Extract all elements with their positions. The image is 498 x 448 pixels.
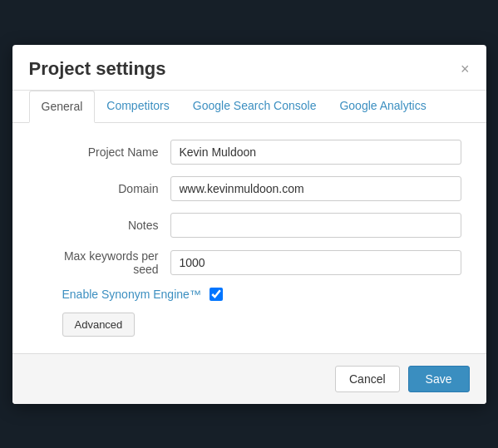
modal-body: Project Name Domain Notes Max keywords p… xyxy=(12,123,486,353)
domain-label: Domain xyxy=(37,182,170,195)
synonym-label: Enable Synonym Engine™ xyxy=(62,288,201,301)
max-keywords-label: Max keywords per seed xyxy=(37,249,170,276)
project-name-row: Project Name xyxy=(37,140,461,165)
max-keywords-row: Max keywords per seed xyxy=(37,249,461,276)
max-keywords-input[interactable] xyxy=(170,250,461,275)
notes-input[interactable] xyxy=(170,213,461,238)
tab-google-analytics[interactable]: Google Analytics xyxy=(328,91,437,122)
advanced-section: Advanced xyxy=(37,313,461,337)
domain-input[interactable] xyxy=(170,176,461,201)
tabs-bar: General Competitors Google Search Consol… xyxy=(12,91,486,123)
modal-footer: Cancel Save xyxy=(12,353,486,404)
close-button[interactable]: × xyxy=(461,62,470,76)
modal-header: Project settings × xyxy=(12,45,486,91)
tab-general[interactable]: General xyxy=(29,91,96,123)
modal-title: Project settings xyxy=(29,58,166,80)
project-name-input[interactable] xyxy=(170,140,461,165)
synonym-row: Enable Synonym Engine™ xyxy=(37,288,461,301)
tab-competitors[interactable]: Competitors xyxy=(95,91,180,122)
synonym-checkbox[interactable] xyxy=(210,288,223,301)
project-name-label: Project Name xyxy=(37,145,170,159)
domain-row: Domain xyxy=(37,176,461,201)
save-button[interactable]: Save xyxy=(408,366,470,392)
notes-label: Notes xyxy=(37,219,170,232)
project-settings-modal: Project settings × General Competitors G… xyxy=(12,45,486,404)
notes-row: Notes xyxy=(37,213,461,238)
cancel-button[interactable]: Cancel xyxy=(335,366,400,392)
advanced-button[interactable]: Advanced xyxy=(62,313,136,337)
tab-google-search-console[interactable]: Google Search Console xyxy=(181,91,328,122)
